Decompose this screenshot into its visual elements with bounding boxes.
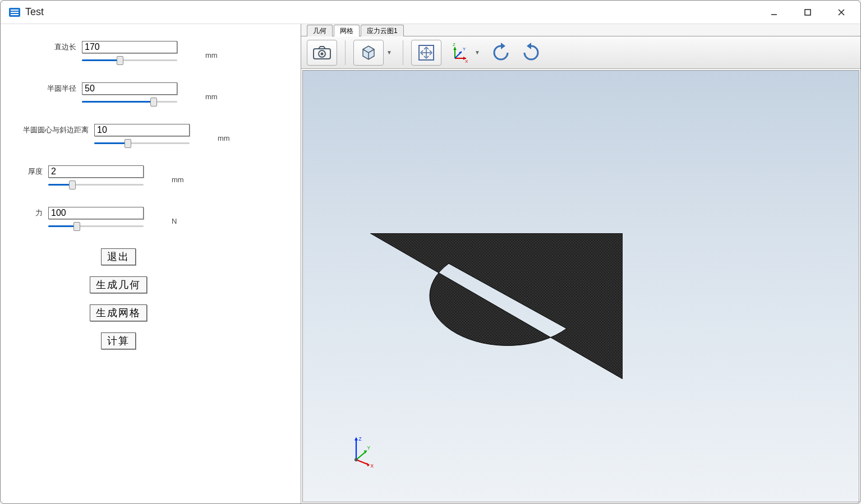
axis-orientation-button[interactable]: Z Y X xyxy=(447,40,472,65)
tab-0[interactable]: 几何 xyxy=(307,25,333,36)
viewer-panel: 几何网格应力云图1 xyxy=(301,24,860,503)
param-slider-2[interactable] xyxy=(94,138,190,149)
generate-mesh-button[interactable]: 生成网格 xyxy=(90,304,147,321)
axis-z-label: Z xyxy=(359,437,362,442)
svg-text:X: X xyxy=(465,59,468,64)
param-label: 厚度 xyxy=(23,165,43,177)
param-input-2[interactable] xyxy=(94,124,190,136)
exit-button[interactable]: 退出 xyxy=(101,248,136,265)
param-label: 力 xyxy=(23,207,43,218)
param-slider-4[interactable] xyxy=(48,221,144,232)
close-button[interactable] xyxy=(825,1,858,24)
param-slider-1[interactable] xyxy=(82,97,177,107)
svg-point-13 xyxy=(354,458,358,461)
param-slider-3[interactable] xyxy=(48,180,144,190)
generate-geometry-button[interactable]: 生成几何 xyxy=(90,276,147,293)
param-input-4[interactable] xyxy=(48,207,144,219)
axis-y-label: Y xyxy=(367,446,371,451)
viewer-toolbar: ▼ Z Y xyxy=(301,36,860,69)
viewer-tabs: 几何网格应力云图1 xyxy=(301,24,860,36)
screenshot-button[interactable] xyxy=(307,40,337,66)
minimize-button[interactable] xyxy=(757,1,791,24)
3d-viewport[interactable]: Z Y X xyxy=(302,70,859,502)
param-row-2: 半圆圆心与斜边距离mm xyxy=(23,124,278,149)
param-unit: N xyxy=(172,207,177,225)
svg-point-4 xyxy=(321,52,324,55)
axis-dropdown[interactable]: ▼ xyxy=(472,40,483,65)
maximize-button[interactable] xyxy=(791,1,825,24)
param-label: 直边长 xyxy=(23,41,76,52)
param-label: 半圆半径 xyxy=(23,82,76,94)
param-unit: mm xyxy=(205,82,218,101)
rotate-ccw-button[interactable] xyxy=(489,40,513,65)
fit-view-button[interactable] xyxy=(411,40,441,66)
param-row-0: 直边长mm xyxy=(23,41,278,66)
param-input-1[interactable] xyxy=(82,82,177,95)
tab-1[interactable]: 网格 xyxy=(334,25,360,36)
app-window: Test 直边长mm半圆半径mm半圆圆心与斜边距离mm厚度mm力N 退出 生成几… xyxy=(0,0,861,504)
tab-2[interactable]: 应力云图1 xyxy=(361,25,404,36)
svg-text:Z: Z xyxy=(453,42,455,47)
param-input-0[interactable] xyxy=(82,41,177,53)
action-buttons: 退出 生成几何 生成网格 计算 xyxy=(62,248,174,349)
param-unit: mm xyxy=(218,124,230,142)
param-slider-0[interactable] xyxy=(82,56,177,66)
param-label: 半圆圆心与斜边距离 xyxy=(23,124,89,135)
mesh-geometry xyxy=(370,233,623,379)
parameter-panel: 直边长mm半圆半径mm半圆圆心与斜边距离mm厚度mm力N 退出 生成几何 生成网… xyxy=(1,24,301,503)
view-cube-button[interactable] xyxy=(353,40,384,66)
compute-button[interactable]: 计算 xyxy=(101,332,136,349)
param-row-3: 厚度mm xyxy=(23,165,278,190)
svg-rect-1 xyxy=(805,10,811,15)
titlebar: Test xyxy=(1,1,860,24)
param-unit: mm xyxy=(205,41,218,59)
param-row-4: 力N xyxy=(23,207,278,232)
axis-x-label: X xyxy=(371,464,374,469)
view-cube-dropdown[interactable]: ▼ xyxy=(384,40,395,65)
param-unit: mm xyxy=(172,165,184,184)
window-title: Test xyxy=(25,6,44,18)
app-icon xyxy=(7,5,22,20)
param-input-3[interactable] xyxy=(48,165,144,178)
svg-text:Y: Y xyxy=(463,47,466,52)
axis-triad: Z Y X xyxy=(348,434,381,468)
param-row-1: 半圆半径mm xyxy=(23,82,278,107)
rotate-cw-button[interactable] xyxy=(519,40,544,65)
svg-line-11 xyxy=(356,451,366,460)
svg-line-12 xyxy=(356,460,369,465)
